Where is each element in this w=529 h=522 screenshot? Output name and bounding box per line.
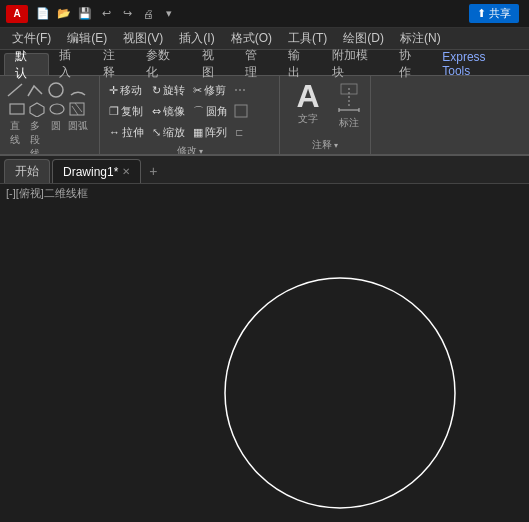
move-icon: ✛ (109, 84, 118, 97)
drawing-canvas (0, 203, 529, 522)
fillet-extra (233, 101, 249, 121)
array-tool[interactable]: ▦ 阵列 (190, 122, 231, 142)
svg-point-4 (50, 104, 64, 114)
draw-group: 直线 多段线 圆 圆弧 绘图 ▾ (0, 76, 100, 154)
modify-group-dropdown-icon[interactable]: ▾ (199, 147, 203, 156)
copy-icon: ❐ (109, 105, 119, 118)
ribbon-panel: 直线 多段线 圆 圆弧 绘图 ▾ ✛ 移动 ❐ 复制 (0, 76, 529, 156)
modify-group: ✛ 移动 ❐ 复制 ↔ 拉伸 ↻ 旋转 ⇔ 镜像 (100, 76, 280, 154)
line-label[interactable]: 直线 (6, 119, 24, 156)
dimension-tool[interactable]: 标注 (334, 80, 364, 130)
svg-rect-9 (235, 105, 247, 117)
array-extra: ⊏ (233, 122, 249, 142)
start-tab-label: 开始 (15, 163, 39, 180)
fillet-tool[interactable]: ⌒ 圆角 (190, 101, 231, 121)
annotation-group-dropdown-icon[interactable]: ▾ (334, 141, 338, 150)
rotate-icon: ↻ (152, 84, 161, 97)
undo-icon[interactable]: ↩ (97, 5, 115, 23)
tab-annotate[interactable]: 注释 (93, 53, 136, 75)
drawing1-tab-label: Drawing1* (63, 165, 118, 179)
polyline-shape-icon (26, 80, 44, 100)
arc-label[interactable]: 圆弧 (68, 119, 88, 156)
tab-default[interactable]: 默认 (4, 53, 49, 75)
tab-parametric[interactable]: 参数化 (136, 53, 191, 75)
polygon-icon (28, 101, 46, 117)
plot-icon[interactable]: 🖨 (139, 5, 157, 23)
modify-tools: ✛ 移动 ❐ 复制 ↔ 拉伸 ↻ 旋转 ⇔ 镜像 (106, 80, 273, 142)
tab-insert[interactable]: 插入 (49, 53, 92, 75)
trim-tool[interactable]: ✂ 修剪 (190, 80, 231, 100)
new-tab-button[interactable]: + (143, 159, 163, 183)
quick-access-toolbar: 📄 📂 💾 ↩ ↪ 🖨 ▾ (34, 5, 463, 23)
array-icon: ▦ (193, 126, 203, 139)
polyline-label[interactable]: 多段线 (26, 119, 44, 156)
mirror-icon: ⇔ (152, 105, 161, 118)
workspace-dropdown-icon[interactable]: ▾ (160, 5, 178, 23)
tab-drawing1[interactable]: Drawing1* ✕ (52, 159, 141, 183)
tab-output[interactable]: 输出 (278, 53, 321, 75)
open-file-icon[interactable]: 📂 (55, 5, 73, 23)
logo-text: A (13, 8, 20, 19)
circle-object[interactable] (225, 278, 455, 508)
svg-line-7 (75, 103, 82, 112)
svg-marker-3 (30, 103, 44, 117)
viewport-label-text: [-][俯视]二维线框 (6, 187, 88, 199)
tab-express-tools[interactable]: Express Tools (432, 53, 525, 75)
share-label: 共享 (489, 6, 511, 21)
text-tool[interactable]: A 文字 (286, 80, 330, 126)
file-tabs: 开始 Drawing1* ✕ + (0, 156, 529, 184)
tab-view[interactable]: 视图 (192, 53, 235, 75)
title-bar: A 📄 📂 💾 ↩ ↪ 🖨 ▾ ⬆ 共享 (0, 0, 529, 28)
share-button[interactable]: ⬆ 共享 (469, 4, 519, 23)
line-shape-icon (6, 80, 24, 100)
circle-shape-icon (46, 80, 66, 100)
svg-point-1 (49, 83, 63, 97)
annotation-group-label: 注释 ▾ (286, 138, 364, 152)
tab-collaborate[interactable]: 协作 (389, 53, 432, 75)
draw-group-shapes (6, 80, 88, 100)
copy-tool[interactable]: ❐ 复制 (106, 101, 147, 121)
text-A-icon: A (296, 80, 319, 112)
tab-start[interactable]: 开始 (4, 159, 50, 183)
svg-text:⊏: ⊏ (235, 127, 243, 138)
trim-extra-icon (233, 80, 249, 100)
scale-tool[interactable]: ⤡ 缩放 (149, 122, 188, 142)
save-icon[interactable]: 💾 (76, 5, 94, 23)
tab-manage[interactable]: 管理 (235, 53, 278, 75)
modify-col-4: ⊏ (233, 80, 249, 142)
svg-rect-2 (10, 104, 24, 114)
ellipse-icon (48, 101, 66, 117)
view-label: [-][俯视]二维线框 (0, 184, 529, 203)
modify-col-2: ↻ 旋转 ⇔ 镜像 ⤡ 缩放 (149, 80, 188, 142)
cad-logo[interactable]: A (6, 5, 28, 23)
modify-col-1: ✛ 移动 ❐ 复制 ↔ 拉伸 (106, 80, 147, 142)
move-tool[interactable]: ✛ 移动 (106, 80, 147, 100)
stretch-tool[interactable]: ↔ 拉伸 (106, 122, 147, 142)
svg-line-6 (72, 106, 78, 115)
trim-icon: ✂ (193, 84, 202, 97)
new-file-icon[interactable]: 📄 (34, 5, 52, 23)
rect-icon (8, 101, 26, 117)
menu-file[interactable]: 文件(F) (4, 28, 59, 50)
arc-shape-icon (68, 80, 88, 100)
annotation-group: A 文字 标注 注释 ▾ (280, 76, 371, 154)
tab-addins[interactable]: 附加模块 (322, 53, 389, 75)
modify-col-3: ✂ 修剪 ⌒ 圆角 ▦ 阵列 (190, 80, 231, 142)
svg-line-0 (8, 84, 22, 96)
close-drawing1-icon[interactable]: ✕ (122, 166, 130, 177)
circle-label[interactable]: 圆 (46, 119, 66, 156)
new-tab-symbol: + (149, 163, 157, 179)
stretch-icon: ↔ (109, 126, 120, 138)
rotate-tool[interactable]: ↻ 旋转 (149, 80, 188, 100)
hatch-icon (68, 101, 86, 117)
mirror-tool[interactable]: ⇔ 镜像 (149, 101, 188, 121)
main-canvas-svg (0, 203, 529, 522)
redo-icon[interactable]: ↪ (118, 5, 136, 23)
dimension-icon (335, 80, 363, 116)
dimension-label: 标注 (339, 116, 359, 130)
ribbon-tabs: 默认 插入 注释 参数化 视图 管理 输出 附加模块 协作 Express To… (0, 50, 529, 76)
scale-icon: ⤡ (152, 126, 161, 139)
fillet-icon: ⌒ (193, 104, 204, 119)
annotation-tools: A 文字 标注 (286, 80, 364, 136)
modify-group-label: 修改 ▾ (106, 144, 273, 156)
